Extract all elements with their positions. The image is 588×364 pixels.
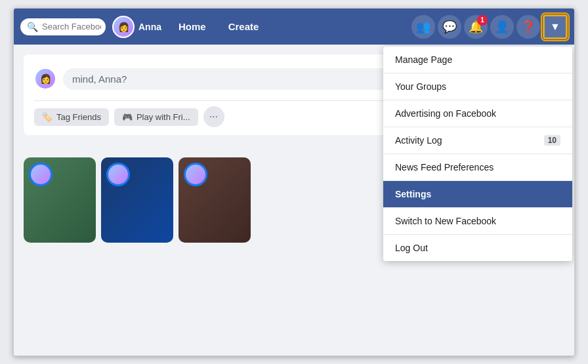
activity-log-badge: 10	[544, 135, 560, 146]
dropdown-item-your-groups[interactable]: Your Groups	[383, 73, 572, 100]
notifications-icon-btn[interactable]: 🔔 1	[464, 15, 488, 39]
play-friends-label: Play with Fri...	[136, 112, 190, 122]
switch-facebook-label: Switch to New Facebook	[395, 216, 496, 226]
advertising-label: Advertising on Facebook	[395, 108, 496, 119]
search-input[interactable]	[42, 22, 101, 31]
play-with-friends-button[interactable]: 🎮 Play with Fri...	[114, 108, 198, 126]
tag-friends-button[interactable]: 🏷️ Tag Friends	[34, 108, 109, 126]
friends-icon-btn[interactable]: 👥	[411, 15, 435, 39]
composer-avatar: 👩	[34, 68, 56, 90]
friends-icon: 👥	[416, 20, 430, 34]
activity-log-label: Activity Log	[395, 135, 442, 146]
tag-friends-label: Tag Friends	[56, 112, 101, 122]
friend-requests-icon-btn[interactable]: 👤	[490, 15, 514, 39]
help-icon: ❓	[521, 20, 536, 34]
user-name: Anna	[138, 22, 161, 32]
friend-requests-icon: 👤	[495, 20, 509, 34]
nav-user[interactable]: 👩 Anna	[112, 16, 161, 38]
home-link[interactable]: Home	[173, 18, 211, 35]
log-out-label: Log Out	[395, 243, 428, 253]
main-content: 👩 mind, Anna? 🏷️ Tag Friends 🎮 Play with…	[14, 45, 574, 355]
dropdown-item-settings[interactable]: Settings	[383, 181, 572, 208]
ellipsis-icon: ···	[209, 111, 218, 123]
help-icon-btn[interactable]: ❓	[516, 15, 540, 39]
dropdown-item-log-out[interactable]: Log Out	[383, 235, 572, 261]
story-card-3[interactable]	[178, 157, 251, 243]
screenshot-frame: 🔍 👩 Anna Home Create 👥 💬 🔔 1 👤	[13, 8, 575, 356]
avatar: 👩	[112, 16, 135, 38]
notification-badge: 1	[477, 15, 488, 26]
dropdown-menu: Manage Page Your Groups Advertising on F…	[383, 47, 572, 261]
dropdown-overlay: Manage Page Your Groups Advertising on F…	[381, 45, 574, 355]
your-groups-label: Your Groups	[395, 81, 446, 92]
messenger-icon-btn[interactable]: 💬	[438, 15, 461, 39]
game-icon: 🎮	[122, 112, 133, 122]
nav-center: 👩 Anna Home Create	[112, 16, 411, 38]
more-actions-button[interactable]: ···	[203, 106, 224, 127]
dropdown-item-manage-page[interactable]: Manage Page	[383, 47, 572, 73]
tag-icon: 🏷️	[42, 112, 52, 122]
navbar: 🔍 👩 Anna Home Create 👥 💬 🔔 1 👤	[14, 9, 574, 45]
dropdown-item-switch-facebook[interactable]: Switch to New Facebook	[383, 208, 572, 235]
dropdown-item-activity-log[interactable]: Activity Log 10	[383, 127, 572, 154]
manage-page-label: Manage Page	[395, 54, 452, 65]
create-link[interactable]: Create	[223, 18, 264, 35]
messenger-icon: 💬	[442, 20, 457, 34]
news-feed-label: News Feed Preferences	[395, 162, 494, 172]
story-card-2[interactable]	[101, 157, 173, 243]
search-box[interactable]: 🔍	[20, 18, 106, 35]
story-card-1[interactable]	[24, 157, 96, 243]
story-avatar-2	[106, 163, 130, 186]
dropdown-item-advertising[interactable]: Advertising on Facebook	[383, 100, 572, 127]
story-avatar-1	[29, 163, 52, 186]
dropdown-toggle-btn[interactable]: ▼	[543, 14, 568, 39]
search-icon: 🔍	[27, 22, 38, 32]
chevron-down-icon: ▼	[550, 21, 560, 33]
nav-icons: 👥 💬 🔔 1 👤 ❓ ▼	[411, 14, 568, 39]
settings-label: Settings	[395, 189, 431, 199]
dropdown-item-news-feed[interactable]: News Feed Preferences	[383, 154, 572, 181]
story-avatar-3	[184, 163, 207, 186]
